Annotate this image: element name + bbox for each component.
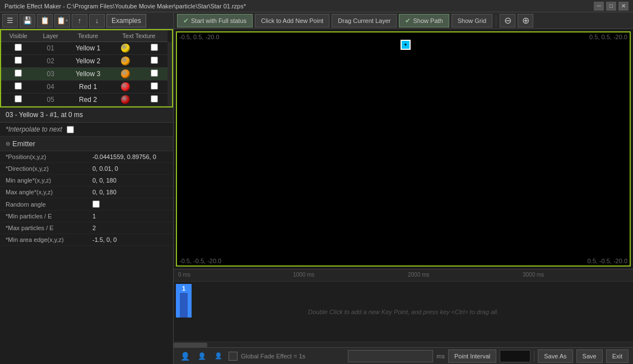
- timeline-keypoint[interactable]: 1: [176, 284, 192, 318]
- timeline-scroll-thumb[interactable]: [174, 343, 207, 347]
- minimize-button[interactable]: ─: [594, 2, 604, 11]
- texture-circle: [121, 44, 130, 53]
- toolbar-menu-icon[interactable]: ☰: [2, 14, 18, 27]
- layer-name: Yellow 3: [66, 68, 110, 81]
- prop-label: *Position(x,y,z): [6, 153, 92, 160]
- layer-visible-checkbox[interactable]: [15, 44, 22, 51]
- toolbar-copy1-icon[interactable]: 📋: [37, 14, 53, 27]
- exit-button[interactable]: Exit: [606, 349, 629, 363]
- props-panel: 03 - Yellow 3 - #1, at 0 ms *Interpolate…: [0, 108, 173, 364]
- bottom-divider: [534, 351, 534, 362]
- prop-value: 0, 0, 180: [92, 189, 117, 195]
- point-interval-value[interactable]: [500, 350, 530, 362]
- interpolate-checkbox[interactable]: [67, 126, 74, 133]
- prop-label: *Min area edge(x,y,z): [6, 236, 92, 243]
- show-grid-label: Show Grid: [458, 17, 486, 24]
- titlebar-controls: ─ □ ✕: [594, 2, 629, 11]
- click-add-point-button[interactable]: Click to Add New Point: [255, 14, 329, 27]
- prop-row: *Min particles / E 1: [0, 211, 173, 222]
- drag-layer-label: Drag Current Layer: [338, 17, 390, 24]
- layer-row[interactable]: 02 Yellow 2: [1, 55, 172, 68]
- show-grid-button[interactable]: Show Grid: [452, 14, 492, 27]
- row-scroll-indicator: [167, 94, 172, 106]
- layer-texture-cell: [110, 55, 141, 68]
- texture-circle: [121, 82, 130, 91]
- ruler-tick-2000: 2000 ms: [408, 272, 429, 278]
- keypoint-label: 1: [182, 284, 185, 292]
- row-scroll-indicator: [167, 42, 172, 55]
- layer-text-checkbox[interactable]: [151, 95, 158, 102]
- bottom-checkbox[interactable]: [229, 352, 238, 361]
- close-button[interactable]: ✕: [618, 2, 629, 11]
- layer-text-checkbox[interactable]: [151, 44, 158, 51]
- save-as-button[interactable]: Save As: [538, 349, 573, 363]
- layer-row[interactable]: 03 Yellow 3: [1, 68, 172, 81]
- toolbar-save-icon[interactable]: 💾: [20, 14, 35, 27]
- col-texture: Texture: [66, 30, 110, 42]
- left-toolbar: ☰ 💾 📋 📋× ↑ ↓ Examples: [0, 12, 174, 29]
- layer-num: 02: [35, 55, 66, 68]
- examples-button[interactable]: Examples: [106, 14, 146, 27]
- zoom-in-button[interactable]: ⊕: [518, 14, 533, 27]
- layer-row[interactable]: 01 Yellow 1: [1, 42, 172, 55]
- col-text-texture: Text Texture: [110, 30, 167, 42]
- emitter-label: Emitter: [12, 139, 35, 148]
- save-button[interactable]: Save: [576, 349, 603, 363]
- person1-icon[interactable]: 👤: [178, 349, 192, 363]
- prop-row: Max angle*(x,y,z) 0, 0, 180: [0, 186, 173, 198]
- prop-checkbox[interactable]: [92, 200, 100, 208]
- emitter-collapse-icon[interactable]: ⊖: [6, 141, 10, 147]
- layer-text-texture-cell: [141, 55, 167, 68]
- canvas-tr-label: 0.5, 0.5, -20.0: [589, 34, 627, 40]
- point-marker[interactable]: +: [401, 40, 411, 50]
- duration-input[interactable]: Duration / Loop = 6000: [348, 350, 433, 362]
- prop-row: *Position(x,y,z) -0.0441559, 0.89756, 0: [0, 151, 173, 163]
- layer-visible-cell: [1, 94, 35, 106]
- bottom-bar: 👤 👤 👤 Global Fade Effect = 1s Duration /…: [174, 347, 633, 364]
- canvas-area[interactable]: -0.5, 0.5, -20.0 0.5, 0.5, -20.0 -0.5, -…: [176, 31, 631, 267]
- toolbar-up-icon[interactable]: ↑: [72, 14, 87, 27]
- layer-num: 01: [35, 42, 66, 55]
- layer-visible-checkbox[interactable]: [15, 82, 22, 90]
- prop-label: Random angle: [6, 201, 92, 208]
- prop-label: Min angle*(x,y,z): [6, 177, 92, 184]
- layer-row[interactable]: 05 Red 2: [1, 94, 172, 106]
- row-scroll-indicator: [167, 55, 172, 68]
- point-interval-button[interactable]: Point Interval: [448, 349, 496, 363]
- prop-value: 1: [92, 213, 96, 220]
- layer-visible-checkbox[interactable]: [15, 69, 22, 77]
- layer-num: 05: [35, 94, 66, 106]
- main-area: Visible Layer Texture Text Texture 01 Ye…: [0, 29, 633, 364]
- prop-label: Max angle*(x,y,z): [6, 189, 92, 195]
- layer-text-checkbox[interactable]: [151, 82, 158, 90]
- col-visible: Visible: [1, 30, 35, 42]
- texture-circle: [121, 57, 130, 66]
- person2-icon[interactable]: 👤: [195, 349, 208, 363]
- prop-value: 0, 0.01, 0: [92, 165, 118, 172]
- prop-row: Min angle*(x,y,z) 0, 0, 180: [0, 175, 173, 186]
- person3-icon[interactable]: 👤: [212, 349, 225, 363]
- drag-current-layer-button[interactable]: Drag Current Layer: [332, 14, 397, 27]
- layer-visible-checkbox[interactable]: [15, 95, 22, 102]
- layer-texture-cell: [110, 68, 141, 81]
- timeline-scrollbar[interactable]: [174, 342, 633, 347]
- start-full-status-button[interactable]: ✔ Start with Full status: [177, 14, 253, 27]
- layer-text-checkbox[interactable]: [151, 69, 158, 77]
- timeline-ruler: 0 ms 1000 ms 2000 ms 3000 ms: [174, 269, 633, 282]
- keypoint-bar: [180, 293, 188, 318]
- click-add-point-label: Click to Add New Point: [261, 17, 323, 24]
- layer-row[interactable]: 04 Red 1: [1, 81, 172, 94]
- maximize-button[interactable]: □: [606, 2, 616, 11]
- toolbar-copy2-icon[interactable]: 📋×: [54, 14, 70, 27]
- prop-row: Random angle: [0, 198, 173, 211]
- top-toolbar-row: ☰ 💾 📋 📋× ↑ ↓ Examples ✔ Start with Full …: [0, 12, 633, 29]
- left-panel: Visible Layer Texture Text Texture 01 Ye…: [0, 29, 174, 364]
- zoom-out-button[interactable]: ⊖: [500, 14, 515, 27]
- show-path-button[interactable]: ✔ Show Path: [399, 14, 449, 27]
- prop-row: *Max particles / E 2: [0, 222, 173, 234]
- layer-visible-checkbox[interactable]: [15, 57, 22, 64]
- layer-text-checkbox[interactable]: [151, 57, 158, 64]
- toolbar-down-icon[interactable]: ↓: [89, 14, 105, 27]
- layer-num: 04: [35, 81, 66, 94]
- timeline-content[interactable]: 1 Double Click to add a new Key Point, a…: [174, 282, 633, 342]
